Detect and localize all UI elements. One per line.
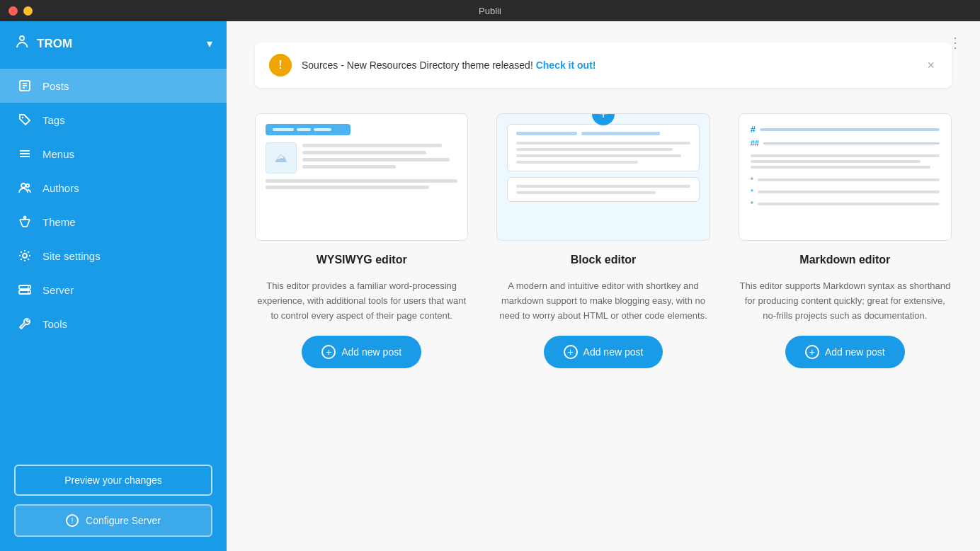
theme-icon (17, 214, 33, 229)
wysiwyg-preview: ⛰ (255, 113, 468, 241)
main-content: ⋮ ! Sources - New Resources Directory th… (227, 21, 980, 551)
traffic-lights (8, 6, 33, 16)
block-line-3 (516, 154, 681, 157)
configure-server-button[interactable]: ! Configure Server (14, 504, 212, 537)
sidebar-header: TROM ▾ (0, 21, 227, 66)
svg-point-10 (21, 183, 25, 188)
md-h2-line (763, 142, 940, 144)
markdown-add-post-button[interactable]: + Add new post (785, 336, 905, 368)
block-h2 (581, 132, 659, 135)
block-line-2 (516, 148, 673, 151)
md-list: * * * (751, 176, 940, 208)
sidebar-item-server[interactable]: Server (0, 273, 227, 307)
app-title: Publii (479, 6, 501, 16)
block-card (507, 124, 699, 171)
sidebar: TROM ▾ Posts Tags (0, 21, 227, 551)
svg-line-13 (20, 220, 23, 227)
notification-close-button[interactable]: × (924, 58, 938, 73)
block-btn-label: Add new post (583, 346, 644, 358)
sidebar-item-theme[interactable]: Theme (0, 205, 227, 239)
md-list-item-3: * (751, 200, 940, 208)
site-settings-icon (17, 248, 33, 263)
notification-link[interactable]: Check it out! (536, 59, 596, 71)
add-circle-icon-wysiwyg: + (321, 345, 336, 359)
sidebar-item-tools[interactable]: Tools (0, 307, 227, 341)
wysiwyg-toolbar (266, 124, 351, 135)
nav-tags-label: Tags (42, 114, 65, 126)
svg-point-0 (20, 36, 24, 40)
titlebar: Publii (0, 0, 980, 21)
configure-server-icon: ! (66, 514, 79, 527)
brand-icon (14, 34, 30, 53)
nav-server-label: Server (42, 284, 74, 296)
sidebar-item-tags[interactable]: Tags (0, 103, 227, 137)
wysiwyg-description: This editor provides a familiar word-pro… (255, 279, 468, 323)
block-editor-card: + (496, 113, 710, 368)
wysiwyg-title: WYSIWYG editor (317, 254, 407, 266)
toolbar-line-2 (297, 128, 311, 131)
add-circle-icon-md: + (805, 345, 819, 359)
brand-dropdown-icon[interactable]: ▾ (207, 37, 212, 50)
close-traffic-light[interactable] (8, 6, 18, 16)
block-add-post-button[interactable]: + Add new post (544, 336, 663, 368)
wysiwyg-editor-card: ⛰ WYSIWYG editor (255, 113, 468, 368)
svg-point-16 (24, 217, 26, 219)
block-preview: + (496, 113, 710, 241)
tools-icon (17, 316, 33, 331)
notification-icon: ! (269, 54, 292, 76)
nav-tools-label: Tools (42, 318, 67, 330)
md-list-item-1: * (751, 176, 940, 184)
text-line-2 (302, 151, 426, 154)
block-description: A modern and intuitive editor with short… (496, 279, 710, 323)
svg-point-6 (22, 117, 23, 118)
block-title: Block editor (571, 254, 636, 266)
text-line-5 (266, 179, 457, 183)
nav-menus-label: Menus (42, 148, 74, 160)
block-line-1 (516, 142, 690, 144)
posts-icon (17, 78, 33, 93)
md-text-3 (751, 166, 930, 169)
sidebar-brand[interactable]: TROM (14, 34, 72, 53)
md-star-3: * (751, 200, 753, 208)
md-star-1: * (751, 176, 753, 184)
minimize-traffic-light[interactable] (23, 6, 33, 16)
notification-text: Sources - New Resources Directory theme … (302, 59, 914, 71)
hash1-icon: # (751, 124, 756, 135)
menus-icon (17, 146, 33, 161)
notification-banner: ! Sources - New Resources Directory them… (255, 42, 952, 88)
svg-point-17 (23, 254, 27, 258)
text-line-4 (302, 165, 396, 169)
brand-name: TROM (37, 37, 72, 51)
block-line-4 (516, 161, 638, 164)
block2-line-2 (516, 191, 655, 194)
preview-changes-button[interactable]: Preview your changes (14, 465, 212, 496)
sidebar-bottom: Preview your changes ! Configure Server (0, 453, 227, 551)
block-h1 (516, 132, 577, 135)
markdown-editor-card: # ## * (739, 113, 952, 368)
nav-site-settings-label: Site settings (42, 250, 101, 262)
wysiwyg-text (302, 144, 457, 169)
sidebar-item-menus[interactable]: Menus (0, 137, 227, 171)
text-line-3 (302, 158, 450, 161)
md-h2-row: ## (751, 139, 940, 147)
authors-icon (17, 180, 33, 195)
wysiwyg-image-placeholder: ⛰ (266, 142, 297, 174)
text-line-1 (302, 144, 442, 147)
md-h1-row: # (751, 124, 940, 135)
block-header (516, 132, 690, 135)
toolbar-line-3 (314, 128, 331, 131)
svg-point-11 (26, 184, 29, 187)
wysiwyg-extra-lines (266, 179, 457, 189)
sidebar-item-posts[interactable]: Posts (0, 69, 227, 103)
svg-line-14 (27, 220, 30, 227)
more-options-button[interactable]: ⋮ (948, 34, 963, 51)
block-extra (507, 177, 699, 202)
tags-icon (17, 112, 33, 127)
wysiwyg-add-post-button[interactable]: + Add new post (302, 336, 421, 368)
nav-posts-label: Posts (42, 80, 69, 92)
md-text-block (751, 154, 940, 169)
svg-point-21 (28, 292, 29, 293)
sidebar-item-authors[interactable]: Authors (0, 171, 227, 205)
sidebar-item-site-settings[interactable]: Site settings (0, 239, 227, 273)
text-line-6 (266, 186, 429, 189)
